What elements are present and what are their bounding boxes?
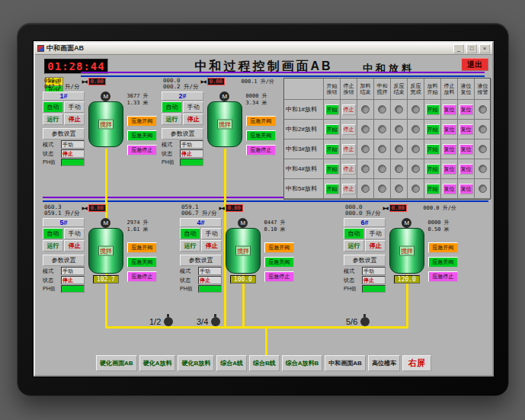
unit-stop-button[interactable]: 停止 <box>201 240 222 252</box>
discharge-stop-reset-button[interactable]: 复位 <box>443 144 456 155</box>
flow-value: 060.3059.1 升/分 <box>44 204 80 216</box>
run-button[interactable]: 运行 <box>344 240 364 252</box>
nav-button[interactable]: 综合A放料B <box>282 355 323 371</box>
mode-value: 手动 <box>61 267 85 275</box>
stop-button[interactable]: 停止 <box>342 184 356 194</box>
stop-button[interactable]: 停止 <box>342 144 356 155</box>
emergency-open-button[interactable]: 应急开阀 <box>127 116 157 127</box>
params-button[interactable]: 参数设置 <box>162 128 203 139</box>
start-button[interactable]: 开始 <box>325 124 339 135</box>
table-header-cell: 放料开始 <box>424 79 441 100</box>
manual-button[interactable]: 手动 <box>201 228 222 239</box>
minimize-button[interactable]: _ <box>453 44 464 53</box>
nav-button[interactable]: 硬化A放料 <box>139 355 176 371</box>
table-row: 中和3#放料 开始 停止 开始 复位 复位 <box>284 139 490 159</box>
level-reset-button[interactable]: 复位 <box>459 184 473 194</box>
auto-button[interactable]: 自动 <box>344 228 364 239</box>
flow-readouts: 000.0000.2 升/分 ▶◀ 0.00 000.1 升/分 <box>162 78 276 91</box>
emergency-open-button[interactable]: 应急开阀 <box>264 242 294 253</box>
reactor-unit: 000.0000.2 升/分 ▶◀ 0.00 000.1 升/分 2# 自动 <box>162 78 276 166</box>
level-reset-button[interactable]: 复位 <box>459 124 473 135</box>
pipe <box>265 326 267 355</box>
unit-stop-button[interactable]: 停止 <box>365 240 386 252</box>
unit-stop-button[interactable]: 停止 <box>64 114 85 125</box>
emergency-close-button[interactable]: 应急关阀 <box>428 257 458 268</box>
auto-button[interactable]: 自动 <box>43 228 63 239</box>
nav-button[interactable]: 硬化B放料 <box>178 355 214 371</box>
level-reset-button[interactable]: 复位 <box>459 144 473 155</box>
params-button[interactable]: 参数设置 <box>43 255 85 266</box>
window-icon <box>37 45 44 52</box>
emergency-open-button[interactable]: 应急开阀 <box>246 116 276 127</box>
manual-button[interactable]: 手动 <box>64 228 85 239</box>
start-button[interactable]: 开始 <box>325 104 339 115</box>
emergency-stop-button[interactable]: 应急停止 <box>428 271 458 282</box>
discharge-start-button[interactable]: 开始 <box>426 124 440 135</box>
start-button[interactable]: 开始 <box>325 184 339 194</box>
valve-icon: ▶◀ <box>82 204 86 212</box>
weight-value: 0000 升 <box>246 93 276 100</box>
run-button[interactable]: 运行 <box>43 240 63 252</box>
manual-button[interactable]: 手动 <box>183 101 203 113</box>
manual-button[interactable]: 手动 <box>365 228 386 239</box>
stop-button[interactable]: 停止 <box>342 104 356 115</box>
agitator-label: 搅拌 <box>98 246 114 256</box>
emergency-close-button[interactable]: 应急关阀 <box>264 257 294 268</box>
tank-volume-value: 120.0 <box>394 275 420 284</box>
flow-readouts: 050.0047.1 升/分 ▶◀ 0.00 <box>43 78 157 91</box>
auto-button[interactable]: 自动 <box>43 101 63 113</box>
level-value: 0.50 米 <box>428 226 458 233</box>
nav-button[interactable]: 硬化画面AB <box>96 355 137 371</box>
nav-button[interactable]: 综合A线 <box>216 355 247 371</box>
discharge-stop-reset-button[interactable]: 复位 <box>443 184 456 194</box>
run-button[interactable]: 运行 <box>180 240 200 252</box>
discharge-start-button[interactable]: 开始 <box>426 164 440 175</box>
stop-button[interactable]: 停止 <box>342 164 356 175</box>
emergency-close-button[interactable]: 应急关阀 <box>127 257 157 268</box>
unit-id: 6# <box>344 218 386 227</box>
start-button[interactable]: 开始 <box>325 144 339 155</box>
manual-button[interactable]: 手动 <box>64 101 85 113</box>
run-button[interactable]: 运行 <box>43 114 63 125</box>
auto-button[interactable]: 自动 <box>162 101 182 113</box>
params-button[interactable]: 参数设置 <box>180 255 222 266</box>
emergency-stop-button[interactable]: 应急停止 <box>127 145 157 155</box>
emergency-open-button[interactable]: 应急开阀 <box>428 242 458 253</box>
maximize-button[interactable]: □ <box>466 44 477 53</box>
nav-button[interactable]: 右屏 <box>402 355 431 371</box>
mode-value: 手动 <box>61 140 85 149</box>
discharge-start-button[interactable]: 开始 <box>426 104 440 115</box>
nav-button[interactable]: 中和画面AB <box>325 355 366 371</box>
discharge-stop-reset-button[interactable]: 复位 <box>443 164 456 175</box>
discharge-stop-reset-button[interactable]: 复位 <box>443 104 456 115</box>
emergency-stop-button[interactable]: 应急停止 <box>246 145 276 155</box>
emergency-close-button[interactable]: 应急关阀 <box>127 130 157 141</box>
nav-button[interactable]: 高位槽车 <box>368 355 400 371</box>
exit-button[interactable]: 退出 <box>461 58 488 71</box>
close-button[interactable]: × <box>479 44 490 53</box>
unit-stop-button[interactable]: 停止 <box>64 240 85 252</box>
pipe <box>81 75 485 77</box>
emergency-stop-button[interactable]: 应急停止 <box>127 271 157 282</box>
emergency-close-button[interactable]: 应急关阀 <box>246 130 276 141</box>
auto-button[interactable]: 自动 <box>180 228 200 239</box>
run-button[interactable]: 运行 <box>162 114 182 125</box>
section-title: 中和放料 <box>363 62 415 75</box>
flow-readouts: 059.1006.7 升/分 ▶◀ 0.00 <box>180 204 294 218</box>
agitation-indicator <box>378 105 386 114</box>
nav-button[interactable]: 综合B线 <box>249 355 280 371</box>
unit-stop-button[interactable]: 停止 <box>183 114 203 125</box>
stop-button[interactable]: 停止 <box>342 124 356 135</box>
discharge-start-button[interactable]: 开始 <box>426 144 440 155</box>
level-reset-button[interactable]: 复位 <box>459 104 473 115</box>
emergency-open-button[interactable]: 应急开阀 <box>127 242 157 253</box>
reaction-end-indicator <box>395 165 403 173</box>
params-button[interactable]: 参数设置 <box>43 128 85 139</box>
start-button[interactable]: 开始 <box>325 164 339 175</box>
discharge-start-button[interactable]: 开始 <box>426 184 440 194</box>
params-button[interactable]: 参数设置 <box>344 255 386 266</box>
discharge-stop-reset-button[interactable]: 复位 <box>443 124 456 135</box>
emergency-stop-button[interactable]: 应急停止 <box>264 271 294 282</box>
level-reset-button[interactable]: 复位 <box>459 164 473 175</box>
unit-control-panel: 6# 自动 手动 运行 停止 参数设置 模式手动 状态停 <box>344 218 386 293</box>
